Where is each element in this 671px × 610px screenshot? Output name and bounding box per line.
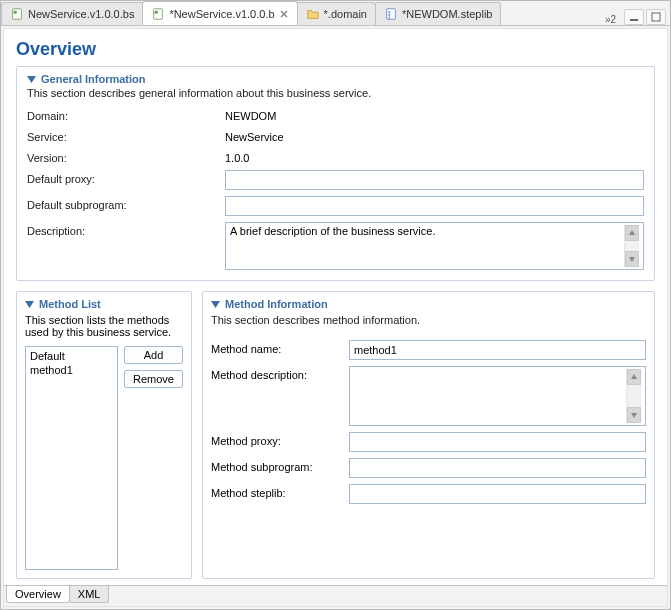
section-header[interactable]: Method Information xyxy=(211,298,646,310)
method-description-textarea-wrap xyxy=(349,366,646,426)
page-title: Overview xyxy=(4,29,667,66)
window-buttons xyxy=(620,9,670,25)
domain-value: NEWDOM xyxy=(225,107,644,122)
method-steplib-input[interactable] xyxy=(349,484,646,504)
section-header[interactable]: General Information xyxy=(27,73,644,85)
method-description-label: Method description: xyxy=(211,366,341,381)
method-list-body: Default method1 Add Remove xyxy=(25,346,183,570)
svg-marker-12 xyxy=(27,76,36,83)
version-value: 1.0.0 xyxy=(225,149,644,164)
section-method-information: Method Information This section describe… xyxy=(202,291,655,579)
minimize-button[interactable] xyxy=(624,9,644,25)
folder-icon xyxy=(306,7,320,21)
method-proxy-label: Method proxy: xyxy=(211,432,341,447)
general-form: Domain: NEWDOM Service: NewService Versi… xyxy=(27,107,644,270)
section-desc: This section describes method informatio… xyxy=(211,314,646,326)
description-textarea[interactable] xyxy=(230,225,624,267)
list-item[interactable]: method1 xyxy=(28,363,115,377)
section-desc: This section describes general informati… xyxy=(27,87,644,99)
tab-newservice-bs[interactable]: NewService.v1.0.0.bs xyxy=(1,2,143,25)
scroll-up-icon[interactable] xyxy=(625,225,639,241)
editor-content: Overview General Information This sectio… xyxy=(3,28,668,607)
version-label: Version: xyxy=(27,149,217,164)
svg-rect-7 xyxy=(388,11,390,13)
svg-marker-18 xyxy=(631,413,637,418)
page-tab-overview[interactable]: Overview xyxy=(6,586,70,603)
svg-marker-13 xyxy=(629,230,635,235)
scroll-down-icon[interactable] xyxy=(627,407,641,423)
scroll-down-icon[interactable] xyxy=(625,251,639,267)
list-item[interactable]: Default xyxy=(28,349,115,363)
domain-label: Domain: xyxy=(27,107,217,122)
scrollbar[interactable] xyxy=(626,369,641,423)
method-steplib-label: Method steplib: xyxy=(211,484,341,499)
remove-button[interactable]: Remove xyxy=(124,370,183,388)
svg-rect-6 xyxy=(387,9,396,20)
section-title: Method Information xyxy=(225,298,328,310)
svg-marker-16 xyxy=(211,301,220,308)
close-icon[interactable] xyxy=(279,9,289,19)
method-name-input[interactable] xyxy=(349,340,646,360)
tab-newservice-b-active[interactable]: *NewService.v1.0.0.b xyxy=(142,1,297,25)
method-list-buttons: Add Remove xyxy=(124,346,183,570)
method-description-textarea[interactable] xyxy=(354,369,626,423)
svg-marker-14 xyxy=(629,257,635,262)
service-label: Service: xyxy=(27,128,217,143)
default-subprogram-label: Default subprogram: xyxy=(27,196,217,211)
lower-split: Method List This section lists the metho… xyxy=(16,291,655,579)
scrollbar[interactable] xyxy=(624,225,639,267)
svg-marker-15 xyxy=(25,301,34,308)
default-subprogram-input[interactable] xyxy=(225,196,644,216)
section-header[interactable]: Method List xyxy=(25,298,183,310)
tab-overflow-indicator[interactable]: »2 xyxy=(601,14,620,25)
section-method-list: Method List This section lists the metho… xyxy=(16,291,192,579)
tab-label: *NewService.v1.0.0.b xyxy=(169,8,274,20)
page-tab-xml[interactable]: XML xyxy=(69,586,110,603)
svg-marker-17 xyxy=(631,374,637,379)
editor-tab-bar: NewService.v1.0.0.bs *NewService.v1.0.0.… xyxy=(1,1,670,26)
tab-label: NewService.v1.0.0.bs xyxy=(28,8,134,20)
tab-label: *NEWDOM.steplib xyxy=(402,8,492,20)
page-body: General Information This section describ… xyxy=(4,66,667,585)
tab-label: *.domain xyxy=(324,8,367,20)
bottom-page-tabs: Overview XML xyxy=(4,585,667,606)
twisty-down-icon xyxy=(27,75,36,84)
twisty-down-icon xyxy=(211,300,220,309)
section-title: General Information xyxy=(41,73,146,85)
section-general-information: General Information This section describ… xyxy=(16,66,655,281)
editor-window: NewService.v1.0.0.bs *NewService.v1.0.0.… xyxy=(0,0,671,610)
svg-rect-10 xyxy=(630,19,638,21)
svg-rect-11 xyxy=(652,13,660,21)
tab-overflow-label: »2 xyxy=(605,14,616,25)
doc-green-icon xyxy=(10,7,24,21)
default-proxy-label: Default proxy: xyxy=(27,170,217,185)
method-subprogram-label: Method subprogram: xyxy=(211,458,341,473)
tab-domain[interactable]: *.domain xyxy=(297,2,376,25)
method-name-label: Method name: xyxy=(211,340,341,355)
svg-rect-0 xyxy=(13,9,22,20)
method-proxy-input[interactable] xyxy=(349,432,646,452)
description-label: Description: xyxy=(27,222,217,237)
method-subprogram-input[interactable] xyxy=(349,458,646,478)
maximize-button[interactable] xyxy=(646,9,666,25)
method-info-form: Method name: Method description: Method … xyxy=(211,340,646,504)
svg-rect-9 xyxy=(388,17,390,19)
section-title: Method List xyxy=(39,298,101,310)
default-proxy-input[interactable] xyxy=(225,170,644,190)
tab-steplib[interactable]: *NEWDOM.steplib xyxy=(375,2,501,25)
doc-green-icon xyxy=(151,7,165,21)
svg-rect-2 xyxy=(154,8,163,19)
twisty-down-icon xyxy=(25,300,34,309)
steplib-icon xyxy=(384,7,398,21)
method-listbox[interactable]: Default method1 xyxy=(25,346,118,570)
svg-rect-8 xyxy=(388,14,390,16)
add-button[interactable]: Add xyxy=(124,346,183,364)
section-desc: This section lists the methods used by t… xyxy=(25,314,183,338)
svg-point-1 xyxy=(14,11,18,15)
svg-point-3 xyxy=(155,10,159,14)
description-textarea-wrap xyxy=(225,222,644,270)
service-value: NewService xyxy=(225,128,644,143)
scroll-up-icon[interactable] xyxy=(627,369,641,385)
